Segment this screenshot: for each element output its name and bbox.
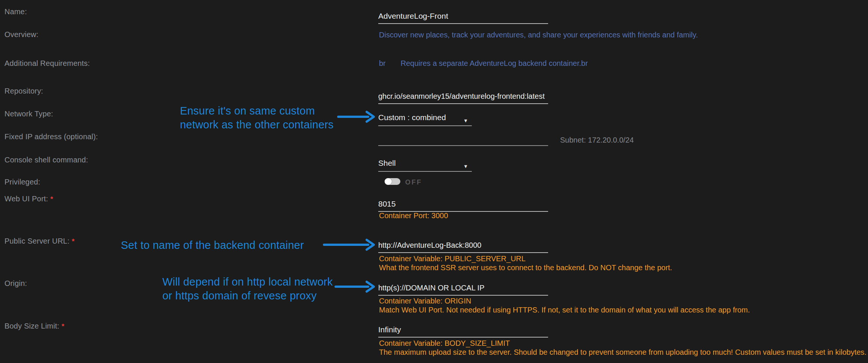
body-size-limit-label: Body Size Limit:* [4,322,64,330]
overview-label: Overview: [4,30,39,39]
fixed-ip-label: Fixed IP address (optional): [4,132,98,141]
public-server-url-input[interactable]: http://AdventureLog-Back:8000 [378,239,548,253]
repository-label: Repository: [4,87,43,95]
container-port-note: Container Port: 3000 [379,211,448,220]
public-server-url-label: Public Server URL:* [4,237,74,245]
network-annotation: Ensure it's on same custom network as th… [180,104,334,132]
overview-text: Discover new places, track your adventur… [379,31,698,39]
origin-variable: Container Variable: ORIGIN [379,297,471,305]
name-value: AdventureLog-Front [378,12,448,20]
privileged-toggle[interactable] [385,178,400,185]
web-ui-port-value: 8015 [378,199,396,208]
origin-annotation-line2: or https domain of revese proxy [162,289,333,303]
dropdown-caret-icon: ▼ [463,160,468,173]
network-type-value: Custom : combined [378,113,446,122]
network-annotation-line1: Ensure it's on same custom [180,104,334,118]
public-server-url-value: http://AdventureLog-Back:8000 [378,241,482,249]
console-shell-value: Shell [378,159,396,167]
console-shell-label: Console shell command: [4,156,88,164]
web-ui-port-input[interactable]: 8015 [378,198,548,212]
body-size-limit-input[interactable]: Infinity [378,323,548,338]
origin-annotation-line1: Will depend if on http local network [162,275,333,289]
public-server-url-label-text: Public Server URL: [4,237,70,245]
public-server-url-description: What the frontend SSR server uses to con… [379,263,672,272]
additional-requirements-value: Requires a separate AdventureLog backend… [401,59,588,67]
body-size-limit-variable: Container Variable: BODY_SIZE_LIMIT [379,339,510,348]
network-type-select[interactable]: Custom : combined ▼ [378,111,472,126]
privileged-label: Privileged: [4,178,40,186]
public-server-url-variable: Container Variable: PUBLIC_SERVER_URL [379,254,526,263]
required-asterisk: * [51,195,54,203]
privileged-state-label: OFF [405,179,422,186]
body-size-limit-label-text: Body Size Limit: [4,322,59,330]
body-size-limit-value: Infinity [378,325,401,334]
public-server-annotation: Set to name of the backend container [121,238,304,252]
toggle-knob [385,178,392,185]
origin-value: http(s)://DOMAIN OR LOCAL IP [378,284,485,292]
additional-requirements-text: brRequires a separate AdventureLog backe… [379,59,588,68]
repository-input[interactable]: ghcr.io/seanmorley15/adventurelog-fronte… [378,90,548,104]
origin-annotation: Will depend if on http local network or … [162,275,333,303]
body-size-limit-description: The maximum upload size to the server. S… [379,348,867,357]
web-ui-port-label-text: Web UI Port: [4,195,48,203]
origin-description: Match Web UI Port. Not needed if using H… [379,306,750,314]
web-ui-port-label: Web UI Port:* [4,195,53,203]
subnet-note: Subnet: 172.20.0.0/24 [560,136,634,144]
origin-annotation-arrow-icon [334,280,376,293]
required-asterisk: * [72,237,75,245]
network-annotation-arrow-icon [337,110,376,123]
dropdown-caret-icon: ▼ [463,115,468,127]
additional-requirements-prefix: br [379,59,386,67]
name-label: Name: [4,7,27,16]
origin-input[interactable]: http(s)://DOMAIN OR LOCAL IP [378,281,548,296]
name-input[interactable]: AdventureLog-Front [378,10,548,24]
console-shell-select[interactable]: Shell ▼ [378,157,472,172]
container-template-form: Name: AdventureLog-Front Overview: Disco… [0,0,868,363]
additional-requirements-label: Additional Requirements: [4,59,90,68]
public-server-annotation-line1: Set to name of the backend container [121,238,304,252]
public-server-annotation-arrow-icon [323,238,376,251]
fixed-ip-input[interactable] [378,132,548,146]
origin-label: Origin: [4,279,27,288]
network-type-label: Network Type: [4,110,53,118]
repository-value: ghcr.io/seanmorley15/adventurelog-fronte… [378,92,545,100]
required-asterisk: * [62,322,65,330]
network-annotation-line2: network as the other containers [180,118,334,132]
